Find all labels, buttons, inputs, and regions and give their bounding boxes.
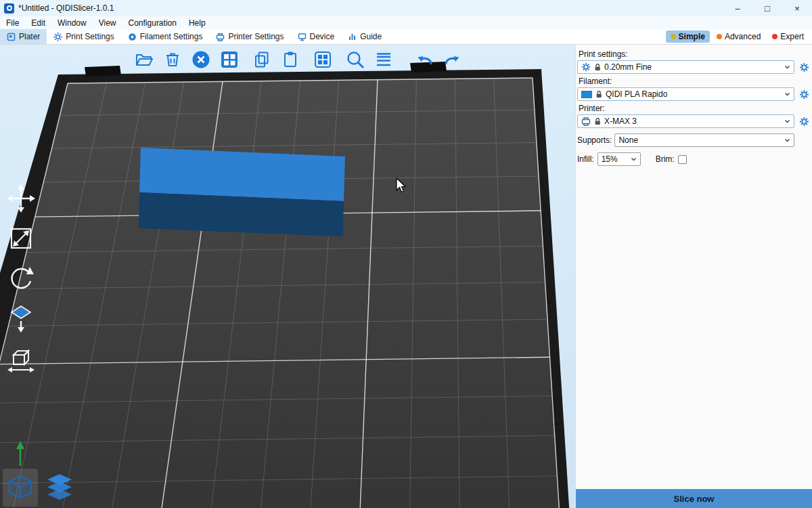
scale-tool-button[interactable] (5, 223, 37, 254)
expert-mode-dot-icon (772, 34, 777, 39)
circle-x-icon (191, 50, 210, 69)
paste-button[interactable] (279, 48, 302, 71)
mode-simple[interactable]: Simple (666, 30, 710, 43)
sliced-layers-icon (45, 473, 74, 503)
mode-expert[interactable]: Expert (767, 30, 809, 43)
edit-printer-button[interactable] (797, 114, 811, 128)
print-bed[interactable] (0, 45, 575, 508)
open-folder-icon (135, 50, 154, 69)
app-logo-icon (4, 3, 14, 14)
menu-file[interactable]: File (0, 18, 25, 28)
search-button[interactable] (344, 48, 367, 71)
rotate-tool-button[interactable] (5, 263, 37, 294)
lock-icon (595, 90, 602, 98)
minimize-button[interactable]: – (723, 0, 752, 16)
mode-advanced[interactable]: Advanced (712, 30, 765, 43)
cube-arrows-icon (5, 343, 37, 374)
gear-icon (53, 33, 62, 41)
bars-icon (348, 33, 357, 41)
viewport-toolbar (133, 48, 464, 71)
move-arrows-icon (5, 183, 37, 214)
tabbar: Plater Print Settings Filament Settings … (0, 29, 812, 45)
printer-label: Printer: (579, 104, 809, 113)
tab-filament-settings[interactable]: Filament Settings (121, 29, 210, 44)
printer-dropdown[interactable]: X-MAX 3 (577, 114, 794, 128)
filament-spool-icon (128, 33, 137, 41)
viewport-3d[interactable] (0, 45, 575, 508)
edit-filament-button[interactable] (797, 87, 811, 101)
supports-label: Supports: (577, 135, 612, 145)
close-button[interactable]: × (782, 0, 812, 16)
main-content: Print settings: 0.20mm Fine Filament: QI… (0, 45, 812, 508)
menu-configuration[interactable]: Configuration (122, 18, 183, 28)
supports-dropdown[interactable]: None (614, 133, 794, 147)
undo-arrow-icon (415, 50, 434, 69)
gear-icon (799, 117, 809, 127)
lock-icon (594, 117, 601, 125)
filament-dropdown[interactable]: QIDI PLA Rapido (577, 87, 794, 101)
mouse-cursor-icon (396, 177, 408, 194)
edit-print-settings-button[interactable] (797, 60, 811, 74)
rotate-arrow-icon (5, 263, 37, 294)
simple-mode-dot-icon (671, 34, 676, 39)
print-settings-dropdown[interactable]: 0.20mm Fine (577, 60, 794, 74)
variable-layer-height-button[interactable] (372, 48, 395, 71)
infill-dropdown[interactable]: 15% (597, 152, 641, 166)
chevron-down-icon (784, 138, 790, 142)
menubar: File Edit Window View Configuration Help (0, 16, 812, 29)
redo-button[interactable] (441, 48, 464, 71)
layer-lines-icon (374, 50, 393, 69)
monitor-icon (298, 33, 307, 41)
printer-value: X-MAX 3 (604, 117, 637, 126)
plate-icon (7, 33, 16, 41)
filament-color-swatch (581, 91, 592, 98)
chevron-down-icon (784, 65, 790, 69)
tab-plater[interactable]: Plater (0, 29, 47, 44)
infill-label: Infill: (577, 154, 594, 164)
menu-help[interactable]: Help (183, 18, 212, 28)
bed-screw-icon (549, 301, 552, 304)
gear-icon (799, 89, 809, 100)
menu-window[interactable]: Window (51, 18, 93, 28)
copy-button[interactable] (250, 48, 273, 71)
infill-value: 15% (602, 154, 618, 164)
app-window: *Untitled - QIDISlicer-1.0.1 – □ × File … (0, 0, 812, 508)
lock-icon (594, 63, 601, 71)
bed-screw-icon (535, 72, 539, 76)
flatten-diamond-icon (5, 303, 37, 334)
tab-printer-settings[interactable]: Printer Settings (209, 29, 290, 44)
gear-icon (799, 62, 809, 72)
undo-button[interactable] (413, 48, 436, 71)
split-objects-button[interactable] (311, 48, 334, 71)
trash-icon (163, 50, 182, 69)
menu-view[interactable]: View (93, 18, 122, 28)
window-title: *Untitled - QIDISlicer-1.0.1 (18, 3, 114, 13)
tab-device[interactable]: Device (291, 29, 342, 44)
open-project-button[interactable] (133, 48, 156, 71)
bed-screw-icon (555, 423, 558, 426)
copy-icon (252, 50, 271, 69)
mode-switcher: Simple Advanced Expert (666, 29, 812, 44)
brim-label: Brim: (656, 154, 675, 164)
titlebar: *Untitled - QIDISlicer-1.0.1 – □ × (0, 0, 812, 16)
cube-3d-icon (7, 474, 33, 501)
delete-all-button[interactable] (189, 48, 212, 71)
editor-view-button[interactable] (3, 469, 38, 507)
menu-edit[interactable]: Edit (25, 18, 51, 28)
brim-checkbox[interactable] (678, 155, 687, 164)
arrange-button[interactable] (218, 48, 241, 71)
arrange-grid-icon (220, 50, 239, 69)
tab-print-settings[interactable]: Print Settings (47, 29, 120, 44)
move-tool-button[interactable] (5, 183, 37, 214)
assembly-tool-button[interactable] (5, 343, 37, 374)
preview-view-button[interactable] (42, 469, 77, 507)
chevron-down-icon (631, 157, 637, 161)
maximize-button[interactable]: □ (752, 0, 782, 16)
model-object[interactable] (139, 148, 345, 236)
tab-guide[interactable]: Guide (341, 29, 388, 44)
slice-now-button[interactable]: Slice now (576, 489, 812, 508)
delete-button[interactable] (161, 48, 184, 71)
printer-icon (216, 33, 225, 41)
place-on-face-tool-button[interactable] (5, 303, 37, 334)
advanced-mode-dot-icon (717, 34, 722, 39)
